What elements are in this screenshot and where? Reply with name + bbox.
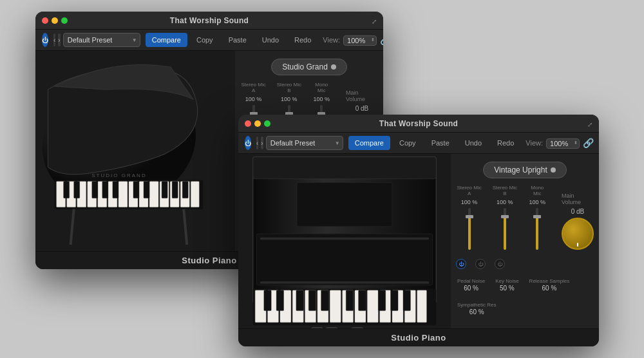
- power-mic-b-front[interactable]: ⏻: [475, 259, 486, 269]
- mic-col-stereo-a-front: Stereo Mic A 100 %: [456, 185, 482, 250]
- redo-button-front[interactable]: Redo: [491, 136, 520, 150]
- mic-a-slider-front[interactable]: [468, 208, 471, 250]
- mic-b-label-back: Stereo Mic B: [276, 82, 302, 93]
- svg-rect-62: [352, 328, 363, 328]
- view-section-front: View: 100% ⬍ 🔗: [526, 137, 594, 149]
- mic-mono-label-back: Mono Mic: [312, 82, 332, 93]
- sympathetic-res-value-front: 60 %: [469, 308, 484, 316]
- svg-rect-56: [359, 290, 366, 311]
- mic-sliders-front: Stereo Mic A 100 % Stereo Mic B 100 %: [456, 182, 594, 252]
- preset-select-back[interactable]: Default Preset: [63, 33, 140, 47]
- svg-rect-22: [144, 182, 149, 198]
- instrument-selector-front[interactable]: Vintage Upright: [483, 162, 567, 178]
- maximize-button-front[interactable]: [264, 120, 270, 127]
- mic-a-label-back: Stereo Mic A: [240, 82, 267, 93]
- svg-rect-19: [102, 182, 108, 198]
- window-front: That Worship Sound ⤢ ⏻ ‹ › Default Prese…: [238, 115, 599, 346]
- instrument-dot-back: [331, 64, 336, 70]
- nav-next-back[interactable]: ›: [58, 33, 60, 46]
- redo-button-back[interactable]: Redo: [288, 33, 317, 47]
- svg-rect-52: [296, 290, 303, 311]
- copy-button-front[interactable]: Copy: [393, 136, 422, 150]
- preset-wrapper-front: Default Preset ▼: [266, 136, 343, 150]
- instrument-name-back: Studio Grand: [282, 62, 328, 71]
- copy-button-back[interactable]: Copy: [190, 33, 220, 47]
- toolbar-back: ⏻ ‹ › Default Preset ▼ Compare Copy Past…: [35, 30, 383, 51]
- svg-rect-8: [118, 182, 128, 207]
- svg-rect-60: [312, 328, 323, 328]
- view-select-front[interactable]: 100%: [546, 138, 580, 149]
- expand-icon-back[interactable]: ⤢: [372, 15, 377, 26]
- svg-rect-55: [346, 290, 353, 311]
- svg-rect-11: [149, 182, 158, 207]
- expand-icon-front[interactable]: ⤢: [587, 118, 592, 129]
- sympathetic-res-label-front: Sympathetic Res: [457, 302, 496, 308]
- power-mic-mono-front[interactable]: ⏻: [495, 259, 505, 269]
- svg-rect-59: [403, 290, 410, 311]
- svg-rect-30: [253, 157, 436, 179]
- paste-button-front[interactable]: Paste: [425, 136, 456, 150]
- mic-b-label-front: Stereo Mic B: [491, 185, 518, 196]
- mic-mono-label-front: Mono Mic: [527, 185, 547, 196]
- instrument-dot-front: [551, 167, 556, 173]
- power-button-back[interactable]: ⏻: [42, 33, 48, 47]
- svg-rect-51: [276, 290, 283, 311]
- close-button-back[interactable]: [42, 17, 48, 24]
- release-samples-label-front: Release Samples: [529, 278, 570, 284]
- svg-rect-34: [260, 281, 429, 283]
- view-select-back[interactable]: 100%: [343, 35, 377, 46]
- nav-next-front[interactable]: ›: [261, 137, 263, 149]
- mic-b-value-back: 100 %: [281, 96, 298, 102]
- svg-rect-20: [113, 182, 118, 198]
- undo-button-back[interactable]: Undo: [256, 33, 285, 47]
- pedal-noise-value-front: 60 %: [464, 285, 478, 292]
- preset-wrapper-back: Default Preset ▼: [63, 33, 140, 47]
- svg-rect-18: [92, 182, 98, 198]
- mic-a-label-front: Stereo Mic A: [456, 185, 482, 196]
- content-area-front: Vintage Upright Stereo Mic A 100 %: [238, 154, 599, 328]
- mic-mono-slider-front[interactable]: [536, 208, 538, 250]
- view-label-front: View:: [526, 139, 543, 147]
- mic-mono-value-back: 100 %: [314, 96, 330, 102]
- svg-text:STUDIO GRAND: STUDIO GRAND: [91, 173, 147, 178]
- main-volume-front: Main Volume 0 dB: [562, 193, 594, 250]
- svg-rect-45: [367, 290, 378, 323]
- main-volume-knob-front[interactable]: [562, 218, 594, 250]
- footer-front: Studio Piano: [238, 328, 599, 346]
- main-vol-value-front: 0 dB: [571, 208, 585, 215]
- svg-rect-57: [378, 290, 385, 311]
- link-icon-front[interactable]: 🔗: [583, 138, 594, 148]
- compare-button-front[interactable]: Compare: [348, 136, 390, 150]
- undo-button-front[interactable]: Undo: [459, 136, 488, 150]
- mic-a-value-front: 100 %: [461, 199, 478, 205]
- main-vol-label-back: Main Volume: [346, 90, 378, 102]
- main-vol-label-front: Main Volume: [562, 193, 594, 205]
- instrument-selector-back[interactable]: Studio Grand: [271, 59, 347, 75]
- link-icon-back[interactable]: 🔗: [380, 35, 383, 45]
- minimize-button-front[interactable]: [254, 120, 261, 127]
- svg-rect-23: [162, 182, 167, 198]
- mic-col-stereo-b-front: Stereo Mic B 100 %: [491, 185, 518, 250]
- compare-button-back[interactable]: Compare: [146, 33, 187, 47]
- title-bar-back: That Worship Sound ⤢: [35, 12, 383, 30]
- nav-prev-front[interactable]: ‹: [256, 137, 258, 149]
- power-mic-a-front[interactable]: ⏻: [456, 259, 466, 269]
- svg-rect-16: [64, 182, 70, 198]
- nav-prev-back[interactable]: ‹: [53, 33, 55, 46]
- mic-b-slider-front[interactable]: [504, 208, 506, 250]
- toolbar-front: ⏻ ‹ › Default Preset ▼ Compare Copy Past…: [238, 133, 599, 154]
- pedal-noise-front: Pedal Noise 60 %: [457, 278, 485, 292]
- svg-rect-31: [297, 182, 392, 226]
- preset-select-front[interactable]: Default Preset: [266, 136, 343, 150]
- power-button-front[interactable]: ⏻: [245, 136, 251, 150]
- close-button-front[interactable]: [245, 120, 251, 127]
- release-samples-value-front: 60 %: [542, 285, 557, 292]
- svg-rect-32: [256, 234, 432, 285]
- minimize-button-back[interactable]: [52, 17, 58, 24]
- svg-rect-49: [417, 290, 427, 323]
- maximize-button-back[interactable]: [61, 17, 68, 24]
- svg-rect-54: [321, 290, 328, 311]
- svg-rect-53: [308, 290, 316, 311]
- paste-button-back[interactable]: Paste: [222, 33, 253, 47]
- instrument-name-front: Vintage Upright: [494, 165, 547, 174]
